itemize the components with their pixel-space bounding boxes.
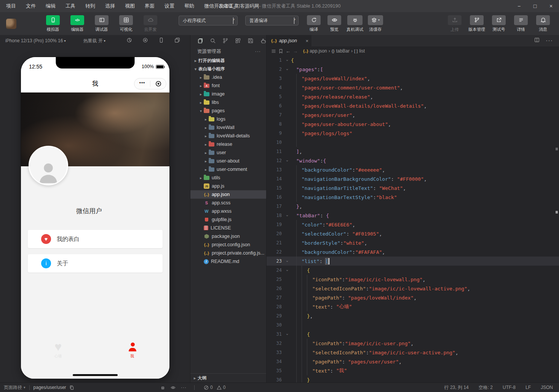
toolbar-button-清缓存[interactable]: ▾清缓存 — [366, 15, 385, 32]
blocks-icon[interactable] — [235, 38, 241, 44]
tree-item-README.md[interactable]: iREADME.md — [190, 257, 266, 266]
tree-item-app.json[interactable]: {..}app.json — [190, 190, 266, 199]
toolbar-button-消息[interactable]: 消息 — [533, 15, 553, 32]
user-avatar[interactable] — [6, 19, 16, 29]
code-line-20[interactable]: 20"selectedColor": "#F01905", — [267, 229, 559, 238]
toolbar-button-测试号[interactable]: 测试号 — [489, 15, 509, 32]
menu-item-1[interactable]: 文件 — [26, 3, 36, 10]
tree-item-package.json[interactable]: package.json — [190, 232, 266, 241]
split-editor-icon[interactable] — [534, 37, 540, 44]
tree-item-gulpfile.js[interactable]: gulpfile.js — [190, 215, 266, 224]
tree-item-libs[interactable]: ▸libs — [190, 98, 266, 107]
fold-chevron-icon[interactable]: › — [283, 58, 291, 63]
menu-item-6[interactable]: 视图 — [125, 3, 135, 10]
code-line-10[interactable]: 10 — [267, 138, 559, 147]
breadcrumb-item-list[interactable]: [ ]list — [354, 48, 365, 54]
git-icon[interactable] — [222, 38, 228, 44]
toolbar-button-预览[interactable]: 预览 — [324, 15, 344, 32]
avatar[interactable] — [29, 146, 68, 185]
code-line-2[interactable]: 2›"pages":[ — [267, 65, 559, 74]
code-line-32[interactable]: 32"iconPath":"image/ic/ic-user.png", — [267, 339, 559, 348]
explorer-section-1[interactable]: ▾表白墙小程序 — [190, 65, 266, 73]
mode-select[interactable]: 小程序模式 ▾ — [179, 16, 238, 25]
tab-app-json[interactable]: {..} app.json × — [267, 35, 311, 46]
indent-setting[interactable]: 空格: 2 — [479, 384, 493, 391]
fold-chevron-icon[interactable]: › — [283, 67, 291, 72]
toolbar-button-可视化[interactable]: 可视化 — [116, 15, 136, 32]
code-line-3[interactable]: 3"pages/loveWall/index", — [267, 74, 559, 83]
code-line-28[interactable]: 28"text": "心墙" — [267, 302, 559, 311]
phone-tab-heart-wall[interactable]: ♥心墙 — [21, 331, 95, 367]
code-line-1[interactable]: 1›{ — [267, 56, 559, 65]
hot-reload-toggle[interactable]: 热重载 开 ▾ — [83, 38, 105, 44]
toolbar-button-上传[interactable]: 上传 — [445, 15, 465, 32]
code-line-30[interactable]: 30 — [267, 320, 559, 330]
eol-setting[interactable]: LF — [525, 385, 531, 390]
language-mode[interactable]: JSON — [541, 385, 553, 390]
code-line-22[interactable]: 22"backgroundColor":"#FAFAFA", — [267, 247, 559, 257]
tree-item-release[interactable]: ▸release — [190, 140, 266, 148]
code-line-15[interactable]: 15"navigationBarTitleText": "WeChat", — [267, 183, 559, 193]
fold-chevron-icon[interactable]: › — [283, 213, 291, 218]
close-tab-icon[interactable]: × — [305, 38, 308, 44]
page-path-value[interactable]: pages/user/user — [34, 385, 66, 390]
sim-record-icon[interactable] — [142, 37, 148, 44]
code-line-36[interactable]: 36} — [267, 375, 559, 382]
tree-item-app.wxss[interactable]: Wapp.wxss — [190, 207, 266, 215]
bookmark-icon[interactable] — [278, 49, 283, 54]
tree-item-LICENSE[interactable]: LICENSE — [190, 224, 266, 232]
menu-item-3[interactable]: 工具 — [65, 3, 75, 10]
menu-item-7[interactable]: 界面 — [145, 3, 155, 10]
fold-chevron-icon[interactable]: › — [283, 332, 291, 337]
code-line-29[interactable]: 29}, — [267, 311, 559, 320]
problems-indicator[interactable]: 0 0 — [204, 385, 225, 390]
tree-item-pages[interactable]: ▾pages — [190, 107, 266, 115]
tree-item-logs[interactable]: ▸logs — [190, 115, 266, 123]
toolbar-button-模拟器[interactable]: 模拟器 — [43, 15, 63, 32]
menu-item-8[interactable]: 设置 — [165, 3, 174, 10]
nav-back-icon[interactable]: ← — [286, 48, 291, 54]
code-line-34[interactable]: 34"pagePath": "pages/user/user", — [267, 357, 559, 366]
outline-list-icon[interactable] — [271, 49, 276, 54]
fold-chevron-icon[interactable]: › — [283, 259, 291, 264]
code-line-5[interactable]: 5"pages/release/release", — [267, 92, 559, 101]
copy-path-icon[interactable] — [69, 385, 74, 390]
toolbar-button-编译[interactable]: 编译 — [304, 15, 324, 32]
tree-item-user-comment[interactable]: ▸user-comment — [190, 165, 266, 174]
more-actions-icon[interactable]: ··· — [546, 37, 553, 44]
tree-item-loveWall-details[interactable]: ▸loveWall-details — [190, 132, 266, 140]
code-line-18[interactable]: 18›"tabBar": { — [267, 211, 559, 220]
code-line-13[interactable]: 13"backgroundColor":"#eeeeee", — [267, 165, 559, 174]
code-line-31[interactable]: 31›{ — [267, 330, 559, 339]
files-icon[interactable] — [197, 38, 203, 44]
code-line-4[interactable]: 4"pages/user-comment/user-comment", — [267, 83, 559, 92]
profile-menu-item-my-confession[interactable]: ♥我的表白 — [28, 230, 163, 248]
close-button[interactable]: × — [543, 0, 559, 12]
breadcrumb-item-app.json[interactable]: {..}app.json — [303, 48, 327, 54]
compile-select[interactable]: 普通编译 ▾ — [245, 16, 299, 25]
debug-bug-icon[interactable] — [160, 385, 165, 390]
code-line-6[interactable]: 6"pages/loveWall-details/loveWall-detail… — [267, 101, 559, 110]
toolbar-button-真机调试[interactable]: 真机调试 — [345, 15, 365, 32]
tree-item-project.private.config.js...[interactable]: {..}project.private.config.js... — [190, 249, 266, 257]
outline-section[interactable]: ▸ 大纲 — [190, 373, 266, 382]
sim-multi-window-icon[interactable] — [174, 37, 180, 44]
profile-menu-item-about[interactable]: i关于 — [28, 254, 163, 272]
more-icon[interactable]: ··· — [181, 385, 187, 390]
capsule-menu[interactable]: ••• — [134, 78, 166, 89]
code-line-9[interactable]: 9"pages/logs/logs" — [267, 129, 559, 138]
toolbar-button-编辑器[interactable]: </>编辑器 — [67, 15, 87, 32]
toolbar-button-调试器[interactable]: 调试器 — [92, 15, 112, 32]
menu-item-0[interactable]: 项目 — [6, 3, 16, 10]
sim-phone-icon[interactable] — [158, 37, 164, 44]
code-line-19[interactable]: 19"color":"#E6E6E6", — [267, 220, 559, 229]
code-area[interactable]: 1›{2›"pages":[3"pages/loveWall/index",4"… — [267, 56, 559, 382]
explorer-section-0[interactable]: ▸打开的编辑器 — [190, 56, 266, 65]
tree-item-project.config.json[interactable]: {..}project.config.json — [190, 241, 266, 249]
menu-item-5[interactable]: 选择 — [105, 3, 115, 10]
tree-item-utils[interactable]: ▸utils — [190, 174, 266, 182]
more-icon[interactable]: ··· — [255, 49, 261, 54]
overview-ruler[interactable] — [554, 35, 559, 382]
tree-item-.idea[interactable]: ▸.idea — [190, 73, 266, 81]
home-indicator[interactable] — [73, 374, 118, 376]
